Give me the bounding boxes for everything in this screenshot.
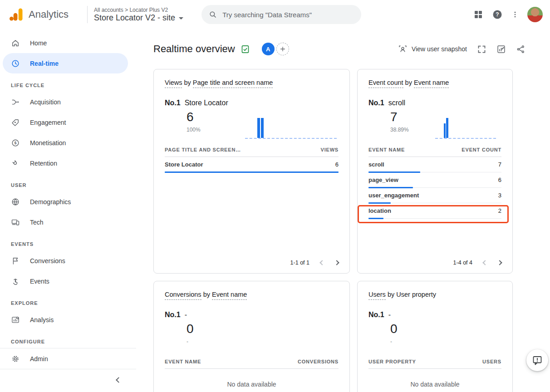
sidebar-item-events[interactable]: Events bbox=[3, 271, 128, 291]
property-selector[interactable]: All accounts > Locator Plus V2 Store Loc… bbox=[94, 7, 183, 23]
row-name: Store Locator bbox=[165, 161, 203, 168]
sidebar-item-label: Retention bbox=[30, 160, 57, 167]
metric-selector[interactable]: Event count bbox=[368, 79, 403, 88]
top-entry: No.1 Store Locator bbox=[165, 99, 339, 107]
admin-gear-icon bbox=[11, 354, 20, 363]
data-quality-icon[interactable] bbox=[241, 44, 250, 54]
column-header: PAGE TITLE AND SCREEN… bbox=[165, 147, 241, 152]
sidebar-item-engagement[interactable]: ▸ Engagement bbox=[3, 112, 128, 132]
sidebar-item-admin[interactable]: Admin bbox=[3, 348, 128, 369]
chevron-right-icon[interactable] bbox=[334, 260, 339, 265]
sidebar-section-events: EVENTS bbox=[0, 238, 136, 250]
sidebar-item-conversions[interactable]: Conversions bbox=[3, 250, 128, 271]
share-icon[interactable] bbox=[516, 44, 525, 54]
top-entry-name: scroll bbox=[388, 99, 405, 107]
search-icon bbox=[209, 10, 217, 19]
svg-text:$: $ bbox=[15, 141, 17, 145]
more-vertical-icon[interactable] bbox=[511, 9, 519, 20]
metric-selector[interactable]: Views bbox=[165, 79, 182, 88]
sidebar-item-label: Monetisation bbox=[30, 139, 66, 147]
page-header: Realtime overview A bbox=[153, 40, 525, 58]
property-dropdown-caret-icon bbox=[179, 17, 183, 20]
customise-report-icon[interactable] bbox=[496, 44, 506, 54]
comparison-badge[interactable]: A bbox=[262, 43, 275, 55]
metric-row: 7 38.89% bbox=[368, 109, 501, 142]
feedback-bubble-icon bbox=[532, 355, 543, 366]
sidebar-item-real-time[interactable]: Real-time bbox=[3, 53, 128, 74]
sidebar-item-analysis[interactable]: ▸ Analysis bbox=[3, 309, 128, 330]
property-name-row[interactable]: Store Locator V2 - site bbox=[94, 13, 183, 23]
user-snapshot-icon bbox=[398, 44, 408, 54]
search-input[interactable] bbox=[222, 11, 354, 19]
card-views-by-page-title: Views by Page title and screen name No.1… bbox=[153, 69, 350, 274]
search-bar[interactable] bbox=[201, 5, 361, 24]
metric-value: 0 bbox=[187, 321, 194, 337]
row-bar bbox=[165, 172, 339, 173]
chevron-left-icon[interactable] bbox=[482, 260, 487, 265]
chevron-left-icon[interactable] bbox=[319, 260, 324, 265]
top-entry-name: - bbox=[185, 311, 187, 319]
sidebar-item-home[interactable]: Home bbox=[3, 33, 128, 53]
collapse-sidebar-icon[interactable] bbox=[116, 377, 122, 383]
product-name: Analytics bbox=[29, 9, 69, 20]
dimension-selector[interactable]: Event name bbox=[414, 79, 449, 88]
card-conversions-by-event-name: Conversions by Event name No.1 - 0 - bbox=[153, 281, 350, 392]
view-user-snapshot-button[interactable]: View user snapshot bbox=[398, 44, 467, 54]
feedback-button[interactable] bbox=[526, 349, 548, 371]
card-event-count-by-event-name: Event count by Event name No.1 scroll 7 … bbox=[357, 69, 513, 274]
table-row: page_view 6 bbox=[368, 172, 501, 188]
sidebar-item-label: Demographics bbox=[30, 198, 71, 206]
top-entry-name: - bbox=[388, 311, 391, 319]
dimension-selector[interactable]: Page title and screen name bbox=[193, 79, 273, 88]
top-entry: No.1 - bbox=[368, 311, 501, 319]
card-title: Views by Page title and screen name bbox=[165, 78, 339, 88]
dimension-label: User property bbox=[396, 291, 436, 298]
rank-label: No.1 bbox=[165, 99, 181, 107]
metric-selector[interactable]: Conversions bbox=[165, 291, 201, 300]
analytics-logo[interactable]: Analytics bbox=[0, 6, 87, 23]
row-value: 6 bbox=[335, 161, 339, 168]
apps-grid-icon[interactable] bbox=[473, 9, 484, 20]
main-content: Realtime overview A bbox=[136, 29, 550, 392]
table-header: USER PROPERTY USERS bbox=[368, 359, 501, 369]
fullscreen-icon[interactable] bbox=[477, 44, 486, 54]
top-entry: No.1 - bbox=[165, 311, 339, 319]
add-comparison-button[interactable] bbox=[276, 43, 289, 55]
help-icon[interactable]: ? bbox=[492, 9, 503, 20]
cards-grid: Views by Page title and screen name No.1… bbox=[153, 69, 550, 392]
sparkline-chart bbox=[245, 118, 337, 139]
acquisition-icon bbox=[11, 98, 20, 107]
row-value: 7 bbox=[498, 161, 501, 168]
monetisation-icon: $ bbox=[11, 138, 20, 147]
events-tap-icon bbox=[11, 277, 20, 286]
table-header: PAGE TITLE AND SCREEN… VIEWS bbox=[165, 147, 339, 157]
row-name: user_engagement bbox=[368, 192, 419, 199]
metric-selector[interactable]: Users bbox=[368, 291, 386, 300]
sidebar-item-acquisition[interactable]: ▸ Acquisition bbox=[3, 92, 128, 112]
sidebar-section-configure: CONFIGURE bbox=[0, 335, 136, 348]
row-value: 2 bbox=[498, 207, 501, 214]
table-header: EVENT NAME EVENT COUNT bbox=[368, 147, 501, 157]
column-header: VIEWS bbox=[321, 147, 339, 152]
chevron-right-icon[interactable] bbox=[497, 260, 502, 265]
dimension-selector[interactable]: Event name bbox=[212, 291, 247, 300]
table-row: user_engagement 3 bbox=[368, 188, 501, 203]
sidebar-item-monetisation[interactable]: ▸ $ Monetisation bbox=[3, 132, 128, 153]
user-avatar[interactable] bbox=[527, 7, 543, 22]
metric-percent: - bbox=[390, 338, 398, 345]
metric-row: 0 - bbox=[368, 321, 501, 354]
column-header: USER PROPERTY bbox=[368, 359, 416, 364]
tech-devices-icon bbox=[11, 218, 20, 227]
sidebar-item-tech[interactable]: ▸ Tech bbox=[3, 212, 128, 232]
sidebar-item-label: Home bbox=[30, 39, 47, 47]
sidebar-section-user: USER bbox=[0, 179, 136, 191]
card-title: Users by User property bbox=[368, 289, 501, 300]
column-header: EVENT NAME bbox=[368, 147, 405, 152]
no-data-message: No data available bbox=[368, 381, 501, 388]
breadcrumb: All accounts > Locator Plus V2 bbox=[94, 7, 183, 13]
page-title: Realtime overview bbox=[153, 43, 235, 55]
row-value: 6 bbox=[498, 176, 501, 183]
sidebar-item-label: Admin bbox=[30, 355, 48, 363]
sidebar-item-demographics[interactable]: ▸ Demographics bbox=[3, 191, 128, 212]
sidebar-item-retention[interactable]: ▸ Retention bbox=[3, 153, 128, 173]
